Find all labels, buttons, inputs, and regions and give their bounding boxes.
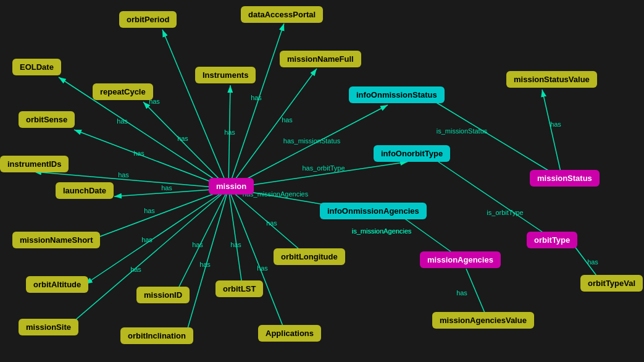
edge-label: is_missionStatus xyxy=(437,127,488,135)
edge-label: has xyxy=(130,266,141,273)
edge-mission-Instruments xyxy=(228,85,230,188)
edge-label: has xyxy=(161,184,172,192)
edge-label: has xyxy=(118,171,129,179)
edge-label: is_missionAgencies xyxy=(352,227,412,235)
edge-mission-orbitLST xyxy=(228,188,243,289)
edge-label: has xyxy=(224,128,235,136)
edge-label: has xyxy=(144,207,155,214)
edge-infoOnorbitType-orbitType xyxy=(438,162,556,241)
edge-label: has xyxy=(199,261,211,268)
edge-missionAgencies-missionAgenciesValue xyxy=(466,269,488,320)
edge-label: is_orbitType xyxy=(487,209,523,216)
edge-label: has xyxy=(177,135,188,142)
edge-infoOnmissionAgencies-missionAgencies xyxy=(401,216,462,259)
edge-label: has xyxy=(192,241,203,248)
edge-label: has_missionAgencies xyxy=(243,190,309,198)
edge-mission-orbitPeriod xyxy=(162,30,228,188)
edge-mission-Applications xyxy=(228,188,286,334)
edge-label: has xyxy=(282,116,293,124)
edge-label: has xyxy=(257,264,268,272)
edge-label: has xyxy=(133,149,144,157)
edge-label: has xyxy=(149,98,160,105)
edge-label: has xyxy=(141,236,153,243)
edge-label: has xyxy=(117,117,128,125)
edge-label: has xyxy=(230,241,241,248)
edge-label: has xyxy=(251,94,262,101)
edge-label: has xyxy=(587,258,598,266)
edge-missionStatus-missionStatusValue xyxy=(542,90,561,172)
edge-label: has_missionStatus xyxy=(283,137,341,145)
edge-label: has xyxy=(456,289,467,297)
edge-infoOnmissionStatus-missionStatus xyxy=(432,100,561,178)
edge-label: has_orbitType xyxy=(302,164,345,172)
edge-mission-orbitSense xyxy=(74,130,228,188)
edge-mission-EOLDate xyxy=(59,77,228,188)
edge-mission-instrumentIDs xyxy=(34,172,228,188)
graph-canvas: has has has has has has has_missionStatu… xyxy=(0,0,644,362)
edge-mission-orbitAltitude xyxy=(85,188,228,284)
edge-mission-missionNameShort xyxy=(91,188,228,240)
edge-label: has xyxy=(550,120,561,128)
edge-mission-repeatCycle xyxy=(143,102,228,188)
edge-label: has xyxy=(266,219,277,227)
